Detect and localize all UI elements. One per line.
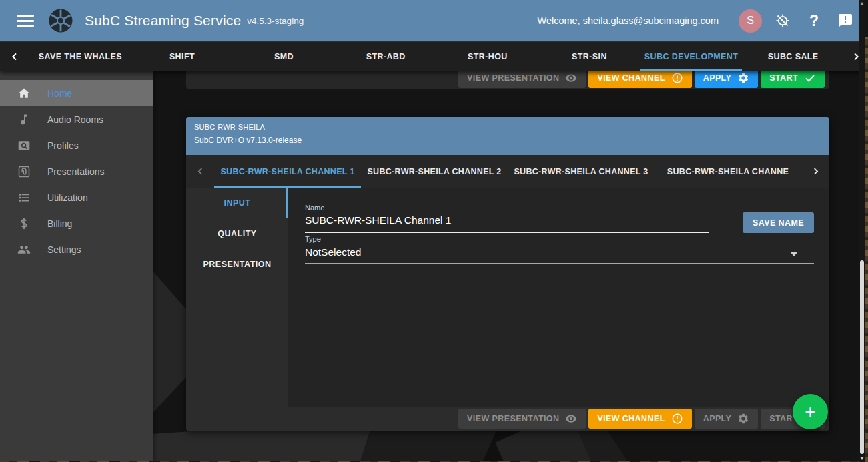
- sidebar-item-settings[interactable]: Settings: [0, 236, 153, 262]
- gps-off-icon[interactable]: [774, 12, 791, 29]
- org-tab-str-abd[interactable]: STR-ABD: [335, 42, 437, 71]
- org-tabs-prev-icon[interactable]: [0, 42, 29, 71]
- sidebar-item-audio-rooms[interactable]: Audio Rooms: [0, 106, 153, 132]
- save-name-button[interactable]: SAVE NAME: [743, 212, 814, 233]
- org-tab-shift[interactable]: SHIFT: [131, 42, 234, 71]
- sidebar-item-home[interactable]: Home: [0, 80, 153, 106]
- attachment-icon: [17, 165, 31, 178]
- channel-tabs-prev-icon[interactable]: [186, 155, 214, 188]
- help-icon[interactable]: ?: [805, 12, 823, 29]
- eye-icon: [565, 72, 577, 84]
- name-field-label: Name: [305, 204, 324, 212]
- pageview-icon: [17, 139, 31, 152]
- sidebar-item-label: Presentations: [47, 166, 105, 177]
- input-form-pane: Name SAVE NAME Type NotSelected: [288, 188, 829, 407]
- gear-icon: [737, 72, 749, 84]
- channel-tab-1[interactable]: SUBC-RWR-SHEILA CHANNEL 1: [214, 155, 361, 188]
- scrollbar-thumb[interactable]: [860, 260, 864, 454]
- org-tab-save-the-whales[interactable]: SAVE THE WHALES: [29, 42, 131, 71]
- org-tab-bar: SAVE THE WHALES SHIFT SMD STR-ABD STR-HO…: [0, 41, 868, 71]
- sidebar-item-label: Settings: [47, 244, 81, 255]
- sidebar-item-label: Audio Rooms: [47, 114, 103, 125]
- sidebar-item-utilization[interactable]: Utilization: [0, 184, 153, 210]
- channel-tab-2[interactable]: SUBC-RWR-SHEILA CHANNEL 2: [361, 155, 508, 188]
- view-presentation-button[interactable]: VIEW PRESENTATION: [458, 409, 586, 429]
- type-field-label: Type: [305, 235, 321, 243]
- sidebar-item-label: Billing: [47, 218, 72, 229]
- device-name: SUBC-RWR-SHEILA: [194, 123, 821, 131]
- sidebar-item-label: Profiles: [47, 140, 79, 151]
- org-tab-str-sin[interactable]: STR-SIN: [538, 42, 640, 71]
- background-edge-strip: [865, 0, 868, 462]
- people-icon: [17, 243, 31, 256]
- tab-quality[interactable]: QUALITY: [186, 218, 288, 249]
- music-note-icon: [17, 113, 31, 126]
- name-input-underline: [305, 232, 709, 233]
- apply-button[interactable]: APPLY: [695, 409, 759, 429]
- eye-icon: [565, 413, 577, 425]
- org-tab-smd[interactable]: SMD: [233, 42, 335, 71]
- sidebar-item-label: Utilization: [47, 192, 88, 203]
- page-title: SubC Streaming Service: [85, 13, 241, 29]
- dollar-icon: [17, 217, 31, 230]
- chevron-down-icon[interactable]: [790, 252, 798, 256]
- home-icon: [17, 87, 31, 100]
- scrollbar-down-icon[interactable]: [860, 457, 864, 460]
- app-screen: SubC Streaming Service v4.5.3-staging We…: [0, 0, 868, 462]
- list-icon: [17, 191, 31, 204]
- sidebar-item-label: Home: [47, 88, 72, 99]
- channel-tab-4[interactable]: SUBC-RWR-SHEILA CHANNE: [655, 155, 801, 188]
- view-channel-button[interactable]: VIEW CHANNEL: [588, 409, 691, 429]
- org-tab-str-hou[interactable]: STR-HOU: [437, 42, 539, 71]
- error-outline-icon: [671, 72, 683, 84]
- sidebar-item-presentations[interactable]: Presentations: [0, 158, 153, 184]
- type-select-underline: [305, 263, 814, 264]
- feedback-icon[interactable]: [837, 12, 854, 29]
- avatar[interactable]: S: [739, 9, 762, 33]
- section-tab-column: INPUT QUALITY PRESENTATION: [186, 188, 288, 431]
- scrollbar[interactable]: [859, 0, 865, 462]
- check-icon: [804, 72, 816, 84]
- channel-tab-bar: SUBC-RWR-SHEILA CHANNEL 1 SUBC-RWR-SHEIL…: [186, 155, 829, 188]
- subc-aperture-logo-icon: [47, 7, 74, 34]
- app-bar: SubC Streaming Service v4.5.3-staging We…: [0, 0, 868, 41]
- app-version: v4.5.3-staging: [247, 16, 304, 26]
- device-card: SUBC-RWR-SHEILA SubC DVR+O v7.13.0-relea…: [186, 117, 829, 431]
- card-action-row: VIEW PRESENTATION VIEW CHANNEL APPLY STA…: [288, 408, 829, 429]
- device-firmware: SubC DVR+O v7.13.0-release: [194, 136, 821, 145]
- menu-icon[interactable]: [17, 15, 34, 27]
- sidebar-item-billing[interactable]: Billing: [0, 210, 153, 236]
- channel-name-input[interactable]: [305, 214, 705, 226]
- channel-tab-3[interactable]: SUBC-RWR-SHEILA CHANNEL 3: [508, 155, 655, 188]
- tab-input[interactable]: INPUT: [186, 188, 288, 218]
- sidebar: Home Audio Rooms Profiles Presentations …: [0, 71, 153, 462]
- channel-tabs-next-icon[interactable]: [801, 155, 829, 188]
- type-select[interactable]: NotSelected: [305, 246, 814, 262]
- tab-presentation[interactable]: PRESENTATION: [186, 249, 288, 280]
- welcome-text: Welcome, sheila.glass@subcimaging.com: [537, 15, 719, 26]
- scrollbar-up-icon[interactable]: [860, 2, 864, 5]
- org-tab-subc-development[interactable]: SUBC DEVELOPMENT: [640, 42, 743, 71]
- error-outline-icon: [671, 413, 683, 425]
- gear-icon: [737, 413, 749, 425]
- device-card-header: SUBC-RWR-SHEILA SubC DVR+O v7.13.0-relea…: [186, 117, 829, 155]
- add-button[interactable]: +: [793, 394, 828, 429]
- org-tab-subc-sale[interactable]: SUBC SALE: [742, 42, 844, 71]
- sidebar-item-profiles[interactable]: Profiles: [0, 132, 153, 158]
